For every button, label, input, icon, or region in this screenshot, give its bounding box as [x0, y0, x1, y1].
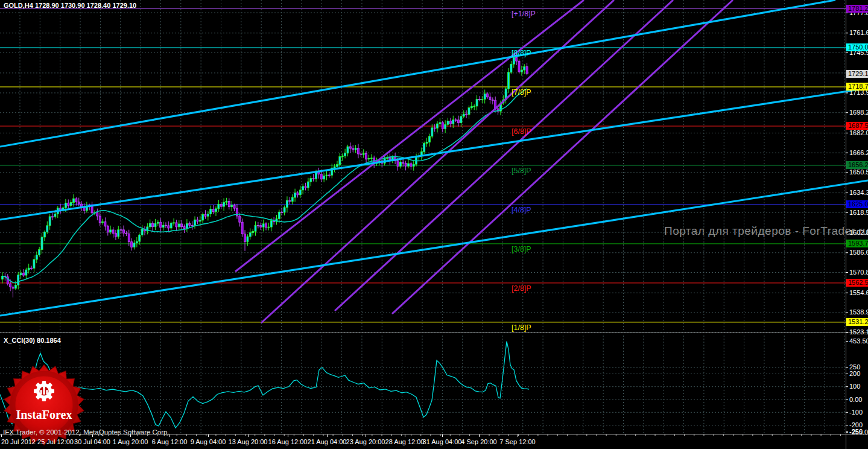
price-tick-label: 1586.60: [849, 249, 868, 256]
murrey-price-tag: 1750.00: [846, 43, 868, 51]
murrey-price-tag: 1625.00: [846, 200, 868, 208]
time-label: 23 Aug 20:00: [346, 438, 385, 445]
cci-indicator-label: X_CCI(30) 80.1864: [4, 337, 61, 344]
price-tick-label: 1570.85: [849, 269, 868, 276]
time-label: 20 Jul 2012: [1, 438, 36, 445]
price-tick-label: 1682.00: [849, 129, 868, 137]
cci-scale-label: -100: [849, 409, 863, 416]
time-label: 30 Jul 04:00: [74, 438, 110, 445]
time-label: 31 Aug 04:00: [423, 438, 462, 445]
current-price-tag: 1729.10: [846, 70, 868, 78]
time-label: 16 Aug 12:00: [268, 438, 308, 445]
instaforex-logo-text: InstaForex: [16, 408, 72, 421]
time-label: 21 Aug 04:00: [308, 438, 347, 445]
chart-title: GOLD,H4 1728.90 1730.90 1728.40 1729.10: [4, 2, 136, 9]
price-tick-label: 1602.80: [849, 229, 868, 237]
murrey-price-tag: 1656.25: [846, 161, 868, 169]
time-label: 1 Aug 20:00: [113, 438, 148, 445]
murrey-price-tag: 1562.50: [846, 279, 868, 287]
time-label: 7 Sep 12:00: [499, 438, 535, 445]
instaforex-gear-icon: [34, 381, 54, 401]
cci-scale-label: 0.00: [849, 396, 862, 404]
chart-canvas[interactable]: [0, 0, 868, 449]
price-tick-label: 1554.65: [849, 289, 868, 297]
time-label: 6 Aug 12:00: [152, 438, 188, 445]
time-label: 13 Aug 20:00: [229, 438, 268, 445]
price-tick-label: 1634.30: [849, 189, 868, 197]
time-label: 28 Aug 12:00: [385, 438, 425, 445]
price-tick-label: 1523.15: [849, 328, 868, 336]
murrey-price-tag: 1531.25: [846, 318, 868, 326]
cyan-channel-line[interactable]: [0, 0, 835, 147]
time-label: 4 Sep 20:00: [461, 438, 496, 445]
cci-scale-label: 453.503: [849, 337, 868, 345]
price-tick-label: 1618.55: [849, 209, 868, 217]
cci-scale-label: 100: [849, 383, 860, 390]
price-tick-label: 1698.20: [849, 109, 868, 116]
cci-scale-label: 200: [849, 370, 860, 378]
mt4-chart-window: Портал для трейдеров - ForTrader.ru Inst…: [0, 0, 868, 449]
murrey-price-tag: 1781.25: [846, 5, 868, 13]
ma-line: [2, 89, 527, 283]
price-tick-label: 1650.50: [849, 168, 868, 176]
price-tick-label: 1666.25: [849, 149, 868, 157]
murrey-price-tag: 1687.50: [846, 122, 868, 130]
time-label: 25 Jul 12:00: [37, 438, 74, 445]
price-tick-label: 1538.90: [849, 308, 868, 316]
instaforex-badge: InstaForex: [0, 361, 90, 449]
murrey-price-tag: 1718.75: [846, 83, 868, 91]
murrey-price-tag: 1593.75: [846, 240, 868, 247]
cci-scale-label: -255.001: [849, 428, 868, 436]
violet-trendline[interactable]: [235, 0, 584, 272]
copyright-notice: IFX Trader, © 2001-2012, MetaQuotes Soft…: [3, 428, 169, 436]
time-label: 9 Aug 04:00: [191, 438, 226, 445]
price-tick-label: 1761.65: [849, 29, 868, 37]
